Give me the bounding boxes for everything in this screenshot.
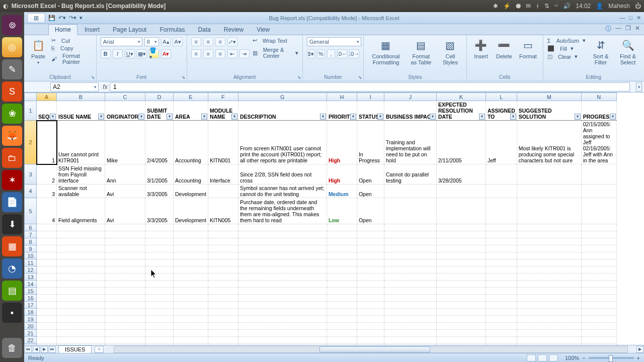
table-cell[interactable] [384, 309, 436, 316]
table-cell[interactable] [384, 259, 436, 266]
table-cell[interactable] [517, 198, 581, 224]
next-sheet-button[interactable]: ▶ [41, 346, 48, 353]
table-cell[interactable] [486, 288, 517, 295]
table-cell[interactable] [37, 224, 57, 231]
increase-decimal-button[interactable]: .0← [337, 49, 347, 58]
table-header-cell[interactable]: ASSIGNED TO▾ [486, 101, 517, 121]
volume-icon[interactable]: 🔊 [563, 3, 571, 10]
app-icon[interactable]: ▦ [2, 236, 22, 256]
table-cell[interactable] [581, 252, 616, 259]
table-cell[interactable] [327, 323, 357, 330]
dropbox-icon[interactable]: ⬢ [516, 3, 521, 10]
table-cell[interactable]: 4 [37, 198, 57, 224]
table-cell[interactable] [105, 316, 145, 323]
table-cell[interactable] [145, 224, 174, 231]
table-header-cell[interactable]: PRIORITY▾ [327, 101, 357, 121]
table-cell[interactable] [581, 164, 616, 185]
table-cell[interactable] [357, 266, 384, 274]
table-cell[interactable] [327, 330, 357, 337]
table-cell[interactable] [174, 295, 208, 302]
table-cell[interactable] [105, 231, 145, 238]
table-cell[interactable] [145, 274, 174, 281]
table-cell[interactable] [238, 323, 327, 330]
paste-button[interactable]: 📋Paste▾ [28, 37, 48, 66]
table-cell[interactable] [357, 288, 384, 295]
table-cell[interactable] [145, 281, 174, 288]
sheet-tab-issues[interactable]: ISSUES [58, 345, 92, 353]
table-cell[interactable] [145, 316, 174, 323]
table-cell[interactable] [57, 330, 105, 337]
files-icon[interactable]: 🗀 [2, 148, 22, 168]
row-header[interactable]: 20 [25, 323, 37, 330]
table-cell[interactable] [208, 330, 238, 337]
table-header-cell[interactable]: BUSINESS IMPACT▾ [384, 101, 436, 121]
table-cell[interactable] [145, 231, 174, 238]
table-cell[interactable] [327, 238, 357, 245]
table-cell[interactable] [238, 224, 327, 231]
conditional-formatting-button[interactable]: ▦Conditional Formatting [368, 37, 404, 66]
table-cell[interactable] [238, 281, 327, 288]
table-cell[interactable] [357, 295, 384, 302]
table-cell[interactable]: Field alignments [57, 198, 105, 224]
table-cell[interactable] [327, 266, 357, 274]
table-cell[interactable]: Ann [105, 164, 145, 185]
column-header[interactable]: E [174, 93, 208, 101]
table-cell[interactable] [238, 295, 327, 302]
align-top-button[interactable]: ≡ [191, 37, 201, 46]
table-cell[interactable] [208, 281, 238, 288]
first-sheet-button[interactable]: ⏮ [25, 346, 32, 353]
table-header-cell[interactable]: ISSUE NAME▾ [57, 101, 105, 121]
table-cell[interactable] [486, 224, 517, 231]
mail-icon[interactable]: ✉ [526, 3, 531, 10]
downloads-icon[interactable]: ⬇ [2, 214, 22, 234]
table-cell[interactable] [174, 337, 208, 344]
cell-styles-button[interactable]: ▧Cell Styles [438, 37, 462, 66]
table-cell[interactable] [357, 330, 384, 337]
table-cell[interactable] [208, 252, 238, 259]
table-cell[interactable] [238, 259, 327, 266]
table-cell[interactable] [208, 274, 238, 281]
table-cell[interactable]: 3/1/2005 [145, 164, 174, 185]
formula-input[interactable]: 1 [110, 82, 630, 92]
table-cell[interactable] [357, 281, 384, 288]
table-cell[interactable] [384, 231, 436, 238]
tab-page-layout[interactable]: Page Layout [107, 25, 152, 35]
table-cell[interactable] [37, 330, 57, 337]
increase-indent-button[interactable]: ⇥ [239, 49, 250, 58]
table-header-cell[interactable]: SUBMIT DATE▾ [145, 101, 174, 121]
table-cell[interactable] [436, 309, 486, 316]
table-cell[interactable] [105, 323, 145, 330]
table-cell[interactable]: Open [357, 164, 384, 185]
table-cell[interactable] [486, 266, 517, 274]
table-cell[interactable] [486, 281, 517, 288]
underline-button[interactable]: U▾ [125, 49, 135, 58]
table-cell[interactable] [436, 288, 486, 295]
align-right-button[interactable]: ≡ [215, 49, 225, 58]
table-cell[interactable] [486, 259, 517, 266]
worksheet-grid[interactable]: ABCDEFGHIJKLMN1SEQ#▾ISSUE NAME▾ORGINATOR… [24, 93, 617, 345]
row-header[interactable]: 21 [25, 330, 37, 337]
table-header-cell[interactable]: ORGINATOR▾ [105, 101, 145, 121]
accounting-button[interactable]: $▾ [307, 49, 315, 58]
row-header[interactable]: 6 [25, 224, 37, 231]
comma-button[interactable]: , [327, 49, 335, 58]
orientation-button[interactable]: ⤢▾ [227, 37, 237, 46]
table-cell[interactable] [327, 302, 357, 309]
table-cell[interactable] [581, 309, 616, 316]
writer-icon[interactable]: 📄 [2, 192, 22, 212]
table-cell[interactable] [517, 309, 581, 316]
table-cell[interactable] [37, 316, 57, 323]
table-cell[interactable] [174, 288, 208, 295]
table-cell[interactable] [57, 266, 105, 274]
row-header[interactable]: 18 [25, 309, 37, 316]
row-header[interactable]: 17 [25, 302, 37, 309]
tray-icon[interactable]: ⚡ [503, 3, 511, 10]
table-cell[interactable] [37, 266, 57, 274]
user-name[interactable]: Mahesh [608, 3, 630, 10]
table-cell[interactable] [327, 231, 357, 238]
table-cell[interactable] [384, 295, 436, 302]
table-header-cell[interactable]: EXPECTED RESOLUTION DATE▾ [436, 101, 486, 121]
table-cell[interactable] [174, 281, 208, 288]
italic-button[interactable]: I [113, 49, 123, 58]
table-cell[interactable] [327, 316, 357, 323]
